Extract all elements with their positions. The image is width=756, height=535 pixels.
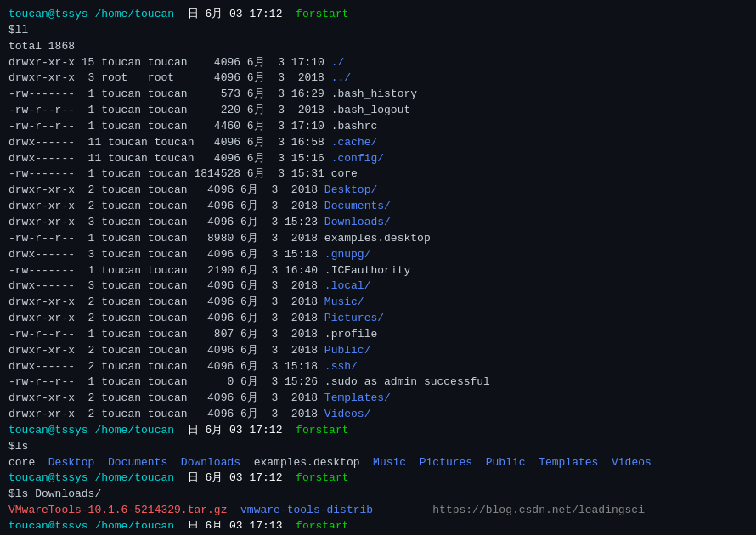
ll-row-13: drwx------ 3 toucan toucan 4096 6月 3 15:… (8, 247, 748, 263)
ls-output: core Desktop Documents Downloads example… (8, 455, 748, 471)
prompt-cmd-2: forstart (296, 424, 348, 436)
prompt-user-1: toucan@tssys /home/toucan (8, 8, 174, 20)
total-line: total 1868 (8, 39, 748, 55)
prompt-date-3: 日 6月 03 17:12 (188, 471, 283, 484)
prompt-cmd-4: forstart (296, 520, 348, 528)
ll-row-10: drwxr-xr-x 2 toucan toucan 4096 6月 3 201… (8, 199, 748, 215)
ll-row-17: drwxr-xr-x 2 toucan toucan 4096 6月 3 201… (8, 311, 748, 327)
ll-row-2: drwxr-xr-x 3 root root 4096 6月 3 2018 ..… (8, 70, 748, 87)
ll-row-14: -rw------- 1 toucan toucan 2190 6月 3 16:… (8, 263, 748, 279)
terminal: toucan@tssys /home/toucan 日 6月 03 17:12 … (8, 7, 748, 528)
ll-row-20: drwx------ 2 toucan toucan 4096 6月 3 15:… (8, 359, 748, 375)
ll-row-12: -rw-r--r-- 1 toucan toucan 8980 6月 3 201… (8, 231, 748, 247)
ll-row-4: -rw-r--r-- 1 toucan toucan 220 6月 3 2018… (8, 103, 748, 119)
prompt-line-2: toucan@tssys /home/toucan 日 6月 03 17:12 … (8, 423, 748, 439)
downloads-output: VMwareTools-10.1.6-5214329.tar.gz vmware… (8, 503, 748, 519)
prompt-line-3: toucan@tssys /home/toucan 日 6月 03 17:12 … (8, 470, 748, 487)
ll-row-3: -rw------- 1 toucan toucan 573 6月 3 16:2… (8, 87, 748, 103)
ll-row-6: drwx------ 11 toucan toucan 4096 6月 3 16… (8, 135, 748, 151)
ll-row-5: -rw-r--r-- 1 toucan toucan 4460 6月 3 17:… (8, 119, 748, 135)
ll-row-19: drwxr-xr-x 2 toucan toucan 4096 6月 3 201… (8, 343, 748, 359)
ll-row-15: drwx------ 3 toucan toucan 4096 6月 3 201… (8, 279, 748, 295)
prompt-cmd-3: forstart (296, 471, 348, 484)
prompt-user-2: toucan@tssys /home/toucan (8, 424, 174, 436)
cmd-ls: $ls (8, 439, 748, 455)
prompt-line-4: toucan@tssys /home/toucan 日 6月 03 17:13 … (8, 519, 748, 528)
ll-row-8: -rw------- 1 toucan toucan 1814528 6月 3 … (8, 166, 748, 183)
prompt-date-4: 日 6月 03 17:13 (188, 520, 283, 528)
prompt-cmd-1: forstart (296, 8, 348, 20)
blog-url: https://blog.csdn.net/leadingsci (432, 504, 645, 516)
prompt-user-4: toucan@tssys /home/toucan (8, 520, 174, 528)
prompt-user-3: toucan@tssys /home/toucan (8, 471, 174, 484)
prompt-date-1: 日 6月 03 17:12 (188, 8, 283, 20)
ll-row-1: drwxr-xr-x 15 toucan toucan 4096 6月 3 17… (8, 55, 748, 71)
ll-row-7: drwx------ 11 toucan toucan 4096 6月 3 15… (8, 151, 748, 167)
cmd-ll: $ll (8, 23, 748, 39)
prompt-line-1: toucan@tssys /home/toucan 日 6月 03 17:12 … (8, 7, 748, 23)
vmwaretools-file: VMwareTools-10.1.6-5214329.tar.gz (8, 504, 227, 516)
ll-row-21: -rw-r--r-- 1 toucan toucan 0 6月 3 15:26 … (8, 374, 748, 391)
cmd-ls-downloads: $ls Downloads/ (8, 487, 748, 503)
ll-row-23: drwxr-xr-x 2 toucan toucan 4096 6月 3 201… (8, 407, 748, 423)
ll-row-22: drwxr-xr-x 2 toucan toucan 4096 6月 3 201… (8, 391, 748, 407)
ll-row-18: -rw-r--r-- 1 toucan toucan 807 6月 3 2018… (8, 327, 748, 343)
prompt-date-2: 日 6月 03 17:12 (188, 424, 283, 436)
ll-row-9: drwxr-xr-x 2 toucan toucan 4096 6月 3 201… (8, 183, 748, 199)
ll-row-16: drwxr-xr-x 2 toucan toucan 4096 6月 3 201… (8, 295, 748, 311)
vmware-distrib-dir: vmware-tools-distrib (240, 504, 373, 516)
ll-row-11: drwxr-xr-x 3 toucan toucan 4096 6月 3 15:… (8, 215, 748, 231)
